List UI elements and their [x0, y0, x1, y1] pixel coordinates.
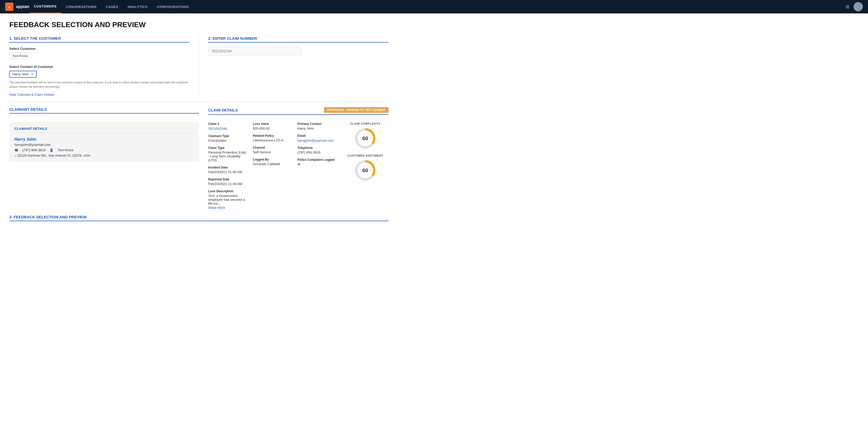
- avatar[interactable]: [854, 2, 863, 11]
- claimant-details-section-heading: CLAIMANT DETAILS: [9, 107, 199, 119]
- claimant-card-wrapper: CLAIMANT DETAILS Harry John harryjohn@yo…: [9, 122, 199, 210]
- main-content: FEEDBACK SELECTION AND PREVIEW 1. SELECT…: [0, 13, 398, 229]
- select-customer-section: 1. SELECT THE CUSTOMER Select Customer T…: [9, 36, 199, 97]
- claimant-address: 32229 Hartman Rd , San Antonio FL 33576,…: [14, 153, 194, 158]
- customer-sentiment-chart: 60: [354, 159, 377, 182]
- hint-text: The selected feedback will be sent to th…: [9, 80, 189, 89]
- enter-claim-section: 2. ENTER CLAIM NUMBER: [199, 36, 389, 97]
- telephone-field: Telephone (797) 956-3819: [297, 146, 337, 154]
- claimant-type-value: Policyholder: [208, 139, 248, 142]
- related-policy-value: LifeInsurance-LTD-A: [253, 138, 292, 142]
- details-section: CLAIMANT DETAILS Harry John harryjohn@yo…: [9, 122, 389, 210]
- claim-number-link[interactable]: 2021002248: [208, 127, 227, 131]
- claim-details-section: CLAIM DETAILS APPROVED - PASSED TO SETTL…: [199, 107, 389, 119]
- top-section: 1. SELECT THE CUSTOMER Select Customer T…: [9, 36, 389, 102]
- section3-heading: 3. FEEDBACK SELECTION AND PREVIEW: [9, 215, 389, 221]
- channel-value: Self-Service: [253, 150, 292, 154]
- claimant-phone: (797) 956-3819: [23, 148, 45, 152]
- claim-type-field: Claim Type Personal Protection (Life) - …: [208, 146, 248, 162]
- loss-value-field: Loss Value $20,000.00: [253, 122, 292, 130]
- claim-number-input[interactable]: [208, 47, 301, 56]
- nav-customers[interactable]: CUSTOMERS: [29, 0, 61, 13]
- show-more-link[interactable]: Show More: [208, 206, 225, 210]
- claim-col1: Claim # 2021002248 Claimant Type Policyh…: [208, 122, 248, 210]
- reported-date-field: Reported Date Feb/23/2021 11:49 AM: [208, 178, 248, 186]
- claimant-meta: (797) 956-3819 Toni Kroos: [14, 148, 194, 152]
- claimant-contact: Toni Kroos: [58, 148, 73, 152]
- claim-details-heading: CLAIM DETAILS: [208, 108, 238, 112]
- nav-conversations[interactable]: CONVERSATIONS: [61, 0, 101, 13]
- claim-col3: Primary Contact Harry John Email harryjo…: [297, 122, 337, 210]
- approved-badge: APPROVED - PASSED TO SETTLEMENT: [324, 107, 389, 113]
- related-policy-field: Related Policy LifeInsurance-LTD-A: [253, 134, 292, 142]
- page-title: FEEDBACK SELECTION AND PREVIEW: [9, 21, 389, 29]
- claimant-name: Harry John: [14, 137, 194, 142]
- contact-tag-text: Harry John: [12, 72, 29, 76]
- nav-right: ⊞: [845, 2, 863, 11]
- incident-date-field: Incident Date Feb/23/2021 01:00 AM: [208, 166, 248, 174]
- primary-contact-field: Primary Contact Harry John: [297, 122, 337, 130]
- loss-description-field: Loss Description Toni, a Government empl…: [208, 190, 248, 210]
- charts-col: CLAIM COMPLEXITY 60 CUSTOMER SENTIMENT 6…: [342, 122, 389, 210]
- claim-number-field: Claim # 2021002248: [208, 122, 248, 131]
- contact-tag[interactable]: Harry John ✕: [9, 71, 37, 78]
- section2-heading: 2. ENTER CLAIM NUMBER: [208, 36, 389, 43]
- address-text: 32229 Hartman Rd , San Antonio FL 33576,…: [17, 153, 90, 158]
- logo-text: appian: [16, 4, 29, 9]
- contact-icon: [50, 148, 54, 152]
- claimant-card: CLAIMANT DETAILS Harry John harryjohn@yo…: [9, 122, 199, 162]
- claimant-type-field: Claimant Type Policyholder: [208, 134, 248, 142]
- logged-by-field: Logged By Armando Caldwell: [253, 158, 292, 166]
- channel-field: Channel Self-Service: [253, 146, 292, 154]
- logged-by-value: Armando Caldwell: [253, 162, 292, 166]
- incident-date-value: Feb/23/2021 01:00 AM: [208, 170, 248, 174]
- hide-claimant-link[interactable]: Hide Claimant & Claim Details: [9, 93, 54, 97]
- appian-logo[interactable]: a appian: [5, 3, 29, 11]
- nav-links: CUSTOMERS CONVERSATIONS CASES ANALYTICS …: [29, 0, 194, 13]
- nav-cases[interactable]: CASES: [101, 0, 123, 13]
- navigation: a appian CUSTOMERS CONVERSATIONS CASES A…: [0, 0, 868, 13]
- claim-type-value: Personal Protection (Life) - Long Term D…: [208, 150, 248, 162]
- claim-complexity-value: 60: [363, 136, 368, 141]
- phone-icon: [14, 148, 18, 152]
- section1-heading: 1. SELECT THE CUSTOMER: [9, 36, 189, 43]
- nav-analytics[interactable]: ANALYTICS: [123, 0, 152, 13]
- claimant-email: harryjohn@yopmail.com: [14, 143, 194, 147]
- police-complaint-x: ✕: [297, 162, 301, 167]
- reported-date-value: Feb/23/2021 11:49 AM: [208, 182, 248, 186]
- customer-sentiment-value: 60: [363, 168, 368, 173]
- customer-sentiment-label: CUSTOMER SENTIMENT: [347, 154, 383, 157]
- loss-value: $20,000.00: [253, 127, 292, 130]
- select-contact-label: Select Contact of Customer: [9, 65, 189, 69]
- logo-icon: a: [5, 3, 13, 11]
- customer-tag[interactable]: Toni Kroos: [9, 53, 31, 59]
- claim-details-grid: Claim # 2021002248 Claimant Type Policyh…: [199, 122, 389, 210]
- claim-complexity-chart: 60: [354, 127, 377, 150]
- loss-description-value: Toni, a Government employee had secured …: [208, 194, 248, 205]
- home-icon: [14, 153, 16, 158]
- grid-icon[interactable]: ⊞: [845, 4, 849, 9]
- claim-complexity-label: CLAIM COMPLEXITY: [350, 122, 380, 125]
- claimant-card-title: CLAIMANT DETAILS: [14, 127, 194, 131]
- remove-contact-button[interactable]: ✕: [31, 72, 34, 76]
- email-link[interactable]: harryjohn@yopmail.com: [297, 139, 334, 142]
- primary-contact-value: Harry John: [297, 127, 337, 130]
- claim-col2: Loss Value $20,000.00 Related Policy Lif…: [253, 122, 292, 210]
- telephone-value: (797) 956-3819: [297, 150, 337, 154]
- police-complaint-field: Police Complaint Logged ✕: [297, 158, 337, 167]
- select-customer-label: Select Customer: [9, 47, 189, 50]
- nav-configurations[interactable]: CONFIGURATIONS: [152, 0, 193, 13]
- customer-tag-text: Toni Kroos: [12, 54, 28, 58]
- email-field: Email harryjohn@yopmail.com: [297, 134, 337, 142]
